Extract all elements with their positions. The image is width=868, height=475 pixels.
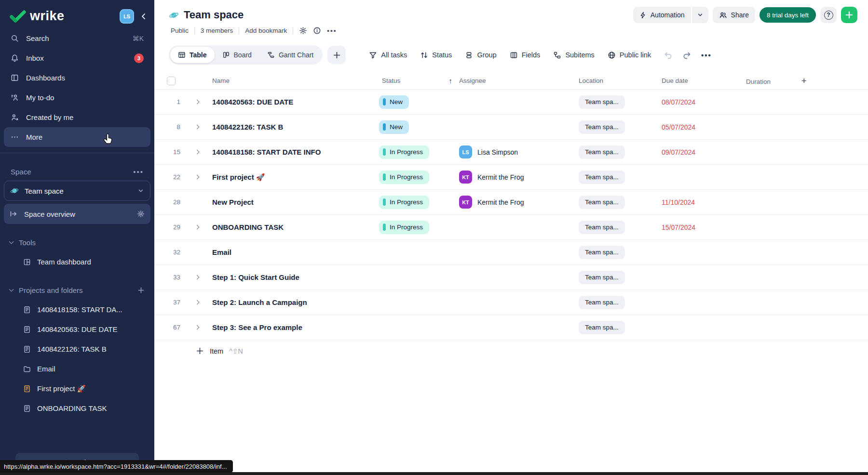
- column-header-location[interactable]: Location: [579, 77, 662, 84]
- toolbar-all-tasks[interactable]: All tasks: [369, 51, 407, 59]
- location-badge[interactable]: Team spa...: [579, 196, 625, 209]
- share-button[interactable]: Share: [713, 7, 755, 23]
- status-badge[interactable]: New: [379, 95, 409, 109]
- expand-row-icon[interactable]: [188, 125, 205, 129]
- location-badge[interactable]: Team spa...: [579, 221, 625, 234]
- help-button[interactable]: ?: [820, 7, 837, 23]
- toolbar-subitems[interactable]: Subitems: [553, 51, 594, 59]
- members-link[interactable]: 3 members: [201, 27, 233, 34]
- table-row[interactable]: 8 1408422126: TASK B New Team spa... 05/…: [154, 115, 868, 140]
- due-date[interactable]: 09/07/2024: [662, 148, 746, 156]
- location-badge[interactable]: Team spa...: [579, 296, 625, 309]
- sidebar-item-more[interactable]: More: [4, 127, 150, 147]
- redo-icon[interactable]: [682, 51, 692, 60]
- sidebar-item-created-by-me[interactable]: Created by me: [4, 107, 150, 127]
- add-item-row[interactable]: Item ^⇧N: [196, 347, 868, 355]
- sidebar-item-first-project[interactable]: First project 🚀: [4, 379, 150, 398]
- task-name[interactable]: 1408420563: DUE DATE: [205, 98, 379, 106]
- assignee[interactable]: KT Kermit the Frog: [459, 171, 579, 184]
- wrike-logo[interactable]: wrike: [10, 9, 65, 24]
- location-badge[interactable]: Team spa...: [579, 171, 625, 184]
- task-name[interactable]: New Project: [205, 198, 379, 206]
- header-more-icon[interactable]: •••: [327, 27, 337, 34]
- status-badge[interactable]: In Progress: [379, 145, 429, 159]
- tools-section-toggle[interactable]: Tools: [4, 234, 150, 251]
- sidebar-item-team-dashboard[interactable]: Team dashboard: [4, 252, 150, 272]
- location-badge[interactable]: Team spa...: [579, 95, 625, 109]
- info-icon[interactable]: [313, 26, 321, 35]
- expand-row-icon[interactable]: [188, 100, 205, 104]
- status-badge[interactable]: In Progress: [379, 196, 429, 209]
- location-badge[interactable]: Team spa...: [579, 271, 625, 284]
- due-date[interactable]: 15/07/2024: [662, 224, 746, 231]
- task-name[interactable]: ONBOARDING TASK: [205, 223, 379, 231]
- expand-row-icon[interactable]: [188, 276, 205, 279]
- tab-gantt-chart[interactable]: Gantt Chart: [259, 47, 321, 63]
- add-bookmark-link[interactable]: Add bookmark: [245, 27, 287, 34]
- location-badge[interactable]: Team spa...: [579, 145, 625, 159]
- expand-row-icon[interactable]: [188, 175, 205, 179]
- space-more-icon[interactable]: •••: [133, 168, 144, 176]
- sidebar-item-inbox[interactable]: Inbox 3: [4, 48, 150, 68]
- table-row[interactable]: 67 Step 3: See a Pro example Team spa...: [154, 315, 868, 340]
- sidebar-item-onboarding-task[interactable]: ONBOARDING TASK: [4, 398, 150, 418]
- task-name[interactable]: Email: [205, 248, 379, 256]
- task-name[interactable]: 1408422126: TASK B: [205, 123, 379, 131]
- sidebar-item-email[interactable]: Email: [4, 359, 150, 379]
- sidebar-item-1408422126-task-b[interactable]: 1408422126: TASK B: [4, 339, 150, 359]
- due-date[interactable]: 08/07/2024: [662, 98, 746, 106]
- status-badge[interactable]: In Progress: [379, 171, 429, 184]
- toolbar-more-icon[interactable]: •••: [701, 51, 712, 59]
- undo-icon[interactable]: [664, 51, 673, 60]
- sidebar-item-dashboards[interactable]: Dashboards: [4, 68, 150, 88]
- trial-days-button[interactable]: 8 trial days left: [760, 7, 816, 23]
- sidebar-item-space-overview[interactable]: Space overview: [4, 204, 150, 224]
- location-badge[interactable]: Team spa...: [579, 120, 625, 134]
- location-badge[interactable]: Team spa...: [579, 246, 625, 259]
- collapse-sidebar-icon[interactable]: [140, 13, 148, 20]
- space-settings-gear-icon[interactable]: [137, 210, 145, 218]
- toolbar-group[interactable]: Group: [465, 51, 496, 59]
- add-column-icon[interactable]: +: [801, 76, 807, 86]
- projects-section-toggle[interactable]: Projects and folders: [4, 281, 150, 299]
- assignee[interactable]: KT Kermit the Frog: [459, 196, 579, 209]
- create-new-button[interactable]: [841, 7, 857, 23]
- column-header-due-date[interactable]: Due date: [662, 77, 746, 84]
- toolbar-fields[interactable]: Fields: [510, 51, 541, 59]
- add-view-button[interactable]: [327, 46, 346, 64]
- task-name[interactable]: Step 2: Launch a Campaign: [205, 298, 379, 306]
- toolbar-status[interactable]: Status: [420, 51, 452, 59]
- task-name[interactable]: Step 1: Quick Start Guide: [205, 273, 379, 281]
- table-row[interactable]: 1 1408420563: DUE DATE New Team spa... 0…: [154, 90, 868, 115]
- space-selector[interactable]: Team space: [4, 181, 150, 201]
- settings-gear-icon[interactable]: [299, 26, 307, 35]
- sidebar-item-my-to-do[interactable]: My to-do: [4, 88, 150, 107]
- table-row[interactable]: 37 Step 2: Launch a Campaign Team spa...: [154, 290, 868, 315]
- tab-table[interactable]: Table: [170, 47, 215, 63]
- task-name[interactable]: 1408418158: START DATE INFO: [205, 148, 379, 156]
- task-name[interactable]: Step 3: See a Pro example: [205, 323, 379, 331]
- automation-dropdown-button[interactable]: [692, 7, 708, 23]
- column-header-status[interactable]: Status ↑: [379, 77, 459, 85]
- location-badge[interactable]: Team spa...: [579, 321, 625, 334]
- user-avatar[interactable]: LS: [120, 9, 134, 24]
- table-row[interactable]: 22 First project 🚀 In Progress KT Kermit…: [154, 165, 868, 190]
- table-row[interactable]: 33 Step 1: Quick Start Guide Team spa...: [154, 265, 868, 290]
- expand-row-icon[interactable]: [188, 225, 205, 229]
- sidebar-item-search[interactable]: Search ⌘K: [4, 28, 150, 48]
- add-project-icon[interactable]: [137, 287, 145, 294]
- sidebar-item-step-1-quick-start-guide[interactable]: Step 1: Quick Start Guide: [4, 418, 150, 422]
- expand-row-icon[interactable]: [188, 301, 205, 304]
- sidebar-item-1408418158-start-da[interactable]: 1408418158: START DA...: [4, 300, 150, 319]
- due-date[interactable]: 05/07/2024: [662, 123, 746, 131]
- select-all-checkbox[interactable]: [167, 77, 176, 85]
- table-row[interactable]: 28 New Project In Progress KT Kermit the…: [154, 190, 868, 215]
- assignee[interactable]: LS Lisa Simpson: [459, 145, 579, 158]
- tab-board[interactable]: Board: [215, 47, 259, 63]
- status-badge[interactable]: New: [379, 120, 409, 134]
- sidebar-item-1408420563-due-date[interactable]: 1408420563: DUE DATE: [4, 319, 150, 339]
- sort-ascending-icon[interactable]: ↑: [449, 77, 453, 85]
- status-badge[interactable]: In Progress: [379, 221, 429, 234]
- toolbar-public-link[interactable]: Public link: [608, 51, 651, 59]
- column-header-name[interactable]: Name: [205, 77, 379, 84]
